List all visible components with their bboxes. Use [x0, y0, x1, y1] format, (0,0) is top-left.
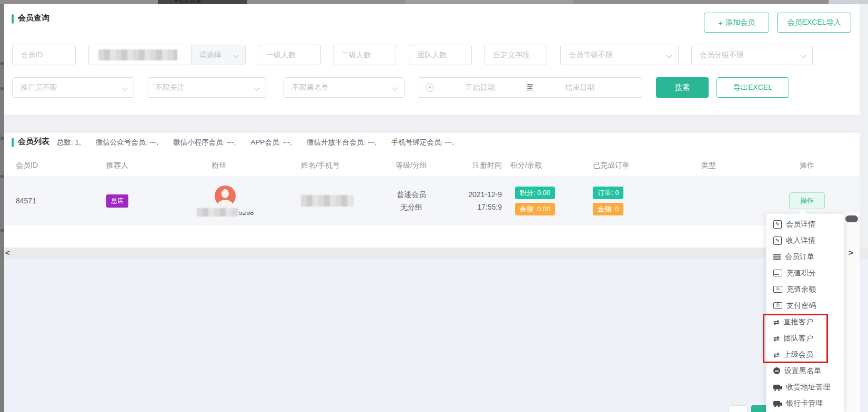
list-card-title: 会员列表: [18, 137, 49, 147]
avatar[interactable]: [215, 186, 236, 207]
points-badge: 积分: 0.00: [515, 187, 556, 199]
top-sliver-right-segment: [829, 0, 868, 4]
chevron-down-icon: [233, 52, 239, 58]
end-date-placeholder: 结束日期: [534, 83, 627, 92]
amount-badge: 金额: 0: [593, 203, 623, 215]
sliver-icon-mark: [1, 87, 4, 90]
excel-import-label: 会员EXCEL导入: [788, 18, 841, 27]
level1-count-placeholder: 一级人数: [258, 50, 296, 60]
redacted-blur: [98, 49, 177, 60]
custom-field-placeholder: 自定义字段: [485, 50, 530, 60]
menu-item-label: 充值积分: [786, 269, 816, 278]
sliver-icon-mark: [1, 175, 4, 178]
lower-empty-area: [4, 259, 868, 412]
block-icon: [773, 367, 780, 374]
scrollbar-track[interactable]: [844, 213, 860, 412]
member-search-card: 会员查询 添加会员 会员EXCEL导入 会员ID 请选择 一级人数 二级人数: [4, 4, 860, 115]
menu-item-shipping-address[interactable]: 收货地址管理: [766, 379, 844, 395]
menu-item-label: 收入详情: [786, 236, 815, 245]
menu-item-label: 支付密码: [786, 301, 816, 311]
stat-mini-program: 微信小程序会员: ---,: [173, 138, 236, 147]
menu-item-set-blacklist[interactable]: 设置黑名单: [766, 363, 844, 379]
table-row: 84571 总店 5298 普通会员 无分组: [4, 176, 860, 225]
member-level-select[interactable]: 会员等级不限: [560, 45, 679, 65]
col-referrer: 推荐人: [90, 161, 188, 170]
member-id-placeholder: 会员ID: [13, 50, 43, 60]
section-accent-bar: [12, 138, 14, 147]
member-level: 普通会员: [375, 188, 448, 201]
menu-item-member-detail[interactable]: 会员详情: [766, 216, 844, 232]
blacklist-select[interactable]: 不限黑名单: [284, 77, 405, 98]
keyword-compound-input: 请选择: [88, 45, 246, 65]
redacted-blur: [197, 208, 238, 217]
stat-phone-bound: 手机号绑定会员: ---,: [391, 138, 454, 147]
team-count-input[interactable]: 团队人数: [409, 45, 472, 65]
member-group-select[interactable]: 会员分组不限: [691, 45, 813, 65]
menu-item-recharge-points[interactable]: 充值积分: [766, 265, 844, 281]
bankcard-icon: [773, 401, 780, 406]
cell-member-id: 84571: [12, 197, 90, 205]
cell-referrer: 总店: [90, 194, 188, 208]
date-separator: 至: [527, 83, 534, 92]
col-member-id: 会员ID: [12, 161, 90, 170]
export-excel-label: 导出EXCEL: [733, 83, 772, 92]
menu-item-income-detail[interactable]: 收入详情: [766, 232, 844, 249]
menu-item-label: 会员订单: [785, 252, 814, 262]
truck-icon: [773, 385, 780, 389]
col-fans: 粉丝: [188, 161, 277, 170]
col-actions: 操作: [759, 161, 855, 170]
member-level-value: 会员等级不限: [561, 50, 613, 60]
member-list-card: 会员列表 总数: 1, 微信公众号会员: ---, 微信小程序会员: ---, …: [4, 133, 860, 248]
date-range-picker[interactable]: 开始日期 至 结束日期: [418, 77, 642, 98]
edit-icon: [773, 236, 782, 245]
register-time: 17:55:9: [448, 201, 502, 213]
sliver-icon-mark: [1, 229, 4, 232]
fan-block: 5298: [191, 186, 259, 217]
row-action-button[interactable]: 操作: [789, 192, 825, 209]
menu-item-pay-password[interactable]: 支付密码: [766, 297, 844, 314]
left-window-sliver: [0, 4, 4, 412]
red-annotation-box: [763, 314, 828, 363]
follow-select[interactable]: 不限关注: [147, 77, 266, 98]
stat-total: 总数: 1,: [57, 138, 81, 147]
custom-field-input[interactable]: 自定义字段: [485, 45, 547, 65]
scroll-left-arrow[interactable]: <: [5, 248, 10, 257]
blacklist-value: 不限黑名单: [284, 83, 329, 92]
keyword-type-select[interactable]: 请选择: [191, 45, 245, 65]
plus-icon: [718, 18, 725, 27]
stat-app: APP会员: ---,: [250, 138, 292, 147]
export-excel-button[interactable]: 导出EXCEL: [716, 77, 789, 98]
col-level-group: 等级/分组: [375, 161, 448, 170]
keyword-input[interactable]: [89, 45, 191, 65]
keyword-type-value: 请选择: [191, 50, 221, 60]
member-id-input[interactable]: 会员ID: [12, 45, 76, 65]
col-points-balance: 积分/余额: [506, 161, 564, 170]
cell-points-balance: 积分: 0.00 余额: 0.00: [506, 187, 564, 215]
level2-count-input[interactable]: 二级人数: [333, 45, 396, 65]
chevron-down-icon: [122, 85, 127, 90]
cut-button-light[interactable]: [729, 405, 748, 412]
scrollbar-thumb[interactable]: [845, 215, 858, 222]
excel-import-button[interactable]: 会员EXCEL导入: [777, 13, 851, 33]
scroll-right-arrow[interactable]: >: [849, 248, 853, 257]
register-date: 2021-12-9: [448, 188, 502, 201]
cell-actions: 操作: [759, 192, 855, 209]
member-admin-page: 会员设置 会员查询 添加会员 会员EXCEL导入 会员ID 请选择: [0, 0, 868, 412]
promoter-select[interactable]: 推广员不限: [12, 77, 134, 98]
horizontal-scroll-band[interactable]: [4, 248, 868, 259]
banknote-icon: [773, 286, 782, 293]
add-member-button[interactable]: 添加会员: [704, 13, 769, 33]
list-icon: [773, 254, 781, 260]
chevron-down-icon: [392, 85, 398, 90]
menu-item-recharge-balance[interactable]: 充值余额: [766, 281, 844, 297]
menu-item-member-orders[interactable]: 会员订单: [766, 249, 844, 265]
menu-item-bank-card[interactable]: 银行卡管理: [766, 395, 844, 411]
orders-amount-stack: 订单: 0 金额: 0: [593, 187, 659, 215]
sliver-icon-mark: [1, 62, 4, 65]
search-button[interactable]: 搜索: [656, 77, 709, 98]
cell-register-time: 2021-12-9 17:55:9: [448, 188, 506, 213]
search-button-label: 搜索: [675, 83, 690, 92]
action-dropdown-menu: 会员详情 收入详情 会员订单 充值积分 充值余额 支付密码 直推客户 团队客户: [766, 213, 844, 412]
level1-count-input[interactable]: 一级人数: [258, 45, 321, 65]
chevron-down-icon: [254, 85, 259, 90]
